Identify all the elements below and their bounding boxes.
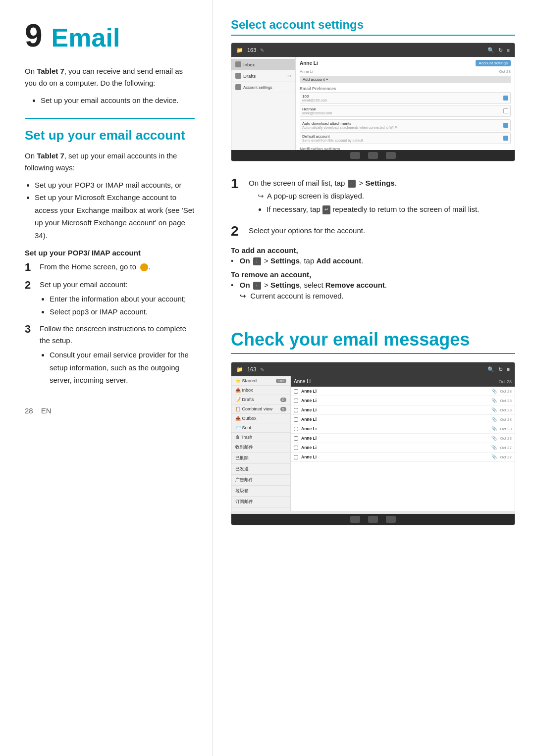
sidebar-inbox[interactable]: Inbox [231,59,295,70]
step3-sub: Consult your email service provider for … [50,349,195,387]
sidebar2-drafts[interactable]: 📝 Drafts 0 [231,395,290,404]
account-hotmail-row[interactable]: Hotmail anne@hotmail.com [300,105,511,117]
right-step-2: 2 Select your options for the account. [231,223,515,240]
tablet-search-icon: 🔍 [487,47,494,53]
email-check-3[interactable] [294,408,298,412]
email-date-1: Oct 28 [500,389,512,394]
email-sender-4: Anne Li [301,417,326,422]
auto-dl-check[interactable] [503,123,508,128]
sidebar2-chinese-1[interactable]: 收到邮件 [231,442,290,453]
account-hotmail-check[interactable] [503,108,508,113]
account-163-email: email@163.com [302,99,327,102]
sidebar2-trash[interactable]: 🗑 Trash [231,433,290,442]
menu-dots-icon-2: ⋮ [253,257,261,265]
email-row-4[interactable]: Anne Li 📎 Oct 28 [291,415,515,424]
remove-settings-bold: Settings [270,281,300,289]
email-row-2[interactable]: Anne Li 📎 Oct 28 [291,396,515,405]
setup-bold-tablet: Tablet 7 [37,151,64,160]
home-btn[interactable] [368,152,378,159]
email-row-5[interactable]: Anne Li 📎 Oct 28 [291,424,515,434]
email-row-1[interactable]: Anne Li 📎 Oct 28 [291,387,515,396]
sidebar2-chinese-2[interactable]: 已删除 [231,453,290,464]
email-row-6[interactable]: Anne Li 📎 Oct 28 [291,434,515,443]
pop3-subsection-heading: Set up your POP3/ IMAP account [25,249,195,257]
step3-sub-1: Consult your email service provider for … [50,349,195,387]
right-column: Select account settings 📁 163 ✎ 🔍 ↻ ≡ In… [213,0,535,756]
tablet2-refresh-icon: ↻ [498,366,503,373]
pop3-step-1: 1 From the Home screen, go to . [25,261,195,274]
step2-sub-2: Select pop3 or IMAP account. [50,305,195,318]
auto-download-row[interactable]: Auto-download attachments Automatically … [300,119,511,131]
tablet-top-bar: 📁 163 ✎ 🔍 ↻ ≡ [231,43,515,57]
email-sender-8: Anne Li [301,454,326,459]
sidebar2-sent[interactable]: 📨 Sent [231,423,290,433]
section-divider [25,118,195,119]
auto-dl-section: Auto-download attachments Automatically … [300,119,511,144]
sidebar2-chinese-4[interactable]: 广告邮件 [231,475,290,486]
email-sender-1: Anne Li [301,389,326,394]
combined-label: 📋 Combined view [235,406,272,411]
email-date-4: Oct 28 [500,417,512,422]
sidebar-drafts[interactable]: Drafts 11 [231,70,295,82]
sidebar2-combined[interactable]: 📋 Combined view 9 [231,404,290,414]
sidebar-account-settings[interactable]: Account settings [231,82,295,93]
email-prefs-section: Email Preferences 163 email@163.com [300,86,511,117]
email-row-7[interactable]: Anne Li 📎 Oct 27 [291,443,515,453]
chinese-label-3: 已发送 [235,466,249,472]
page-language: EN [41,406,52,415]
tablet2-sidebar: ⭐ Starred 163 📥 Inbox 📝 Drafts 0 📋 Combi… [231,376,291,511]
email-date-2: Oct 28 [500,399,512,403]
account-163-row[interactable]: 163 email@163.com [300,92,511,104]
remove-account-instruction: • On ⋮ > Settings, select Remove account… [231,281,515,290]
step1-sub-1: If necessary, tap ↩ repeatedly to return… [267,203,515,216]
sidebar2-outbox[interactable]: 📤 Outbox [231,414,290,423]
account-settings-btn[interactable]: Account settings [476,60,511,66]
email-check-1[interactable] [294,389,298,394]
inbox-icon [235,61,241,67]
sidebar2-starred[interactable]: ⭐ Starred 163 [231,376,290,386]
back-btn[interactable] [350,152,360,159]
sidebar2-chinese-6[interactable]: 订阅邮件 [231,497,290,507]
email-check-5[interactable] [294,427,298,431]
sidebar2-inbox[interactable]: 📥 Inbox [231,386,290,395]
remove-account-arrow: ↪ Current account is removed. [240,292,515,301]
account-163-name: 163 [302,94,327,99]
email-date-3: Oct 28 [500,408,512,412]
tablet-menu-icon: ≡ [507,47,510,53]
menu-dots-icon-3: ⋮ [253,282,261,290]
email-row-8[interactable]: Anne Li 📎 Oct 27 [291,453,515,462]
tablet-date-bar: Add account + [300,76,511,83]
sidebar2-chinese-5[interactable]: 垃圾箱 [231,486,290,497]
email-check-2[interactable] [294,399,298,403]
right-steps-section: 1 On the screen of mail list, tap ⋮ > Se… [231,175,515,301]
attachment-icon-3: 📎 [491,407,497,412]
tablet2-account-num: 163 [247,366,256,372]
settings-icon-sm [235,84,241,90]
intro-bold-tablet: Tablet 7 [37,67,64,75]
default-account-row[interactable]: Default account Send email from this acc… [300,132,511,144]
tablet-bottom-bar-1 [231,150,515,161]
sidebar2-chinese-3[interactable]: 已发送 [231,464,290,475]
pop3-steps: 1 From the Home screen, go to . 2 Set up… [25,261,195,387]
recent-btn[interactable] [386,152,396,159]
trash2-label: 🗑 Trash [235,435,252,440]
default-check[interactable] [503,136,508,141]
add-settings-bold: Settings [270,256,300,265]
account-163-check[interactable] [503,96,508,101]
select-settings-heading: Select account settings [231,18,515,36]
intro-list-item: Set up your email accounts on the device… [41,94,195,107]
chinese-label-4: 广告邮件 [235,477,253,483]
right-step-1: 1 On the screen of mail list, tap ⋮ > Se… [231,175,515,216]
sent2-label: 📨 Sent [235,425,251,430]
back-btn-2[interactable] [350,516,360,523]
email-check-8[interactable] [294,455,298,459]
home-btn-2[interactable] [368,516,378,523]
email-check-7[interactable] [294,446,298,450]
step1-arrow: A pop-up screen is displayed. [258,190,515,202]
tablet-refresh-icon: ↻ [498,47,503,53]
email-row-3[interactable]: Anne Li 📎 Oct 28 [291,405,515,415]
recent-btn-2[interactable] [386,516,396,523]
email-check-4[interactable] [294,417,298,422]
email-main-header: Anne Li Oct 28 [291,376,515,387]
email-check-6[interactable] [294,436,298,441]
